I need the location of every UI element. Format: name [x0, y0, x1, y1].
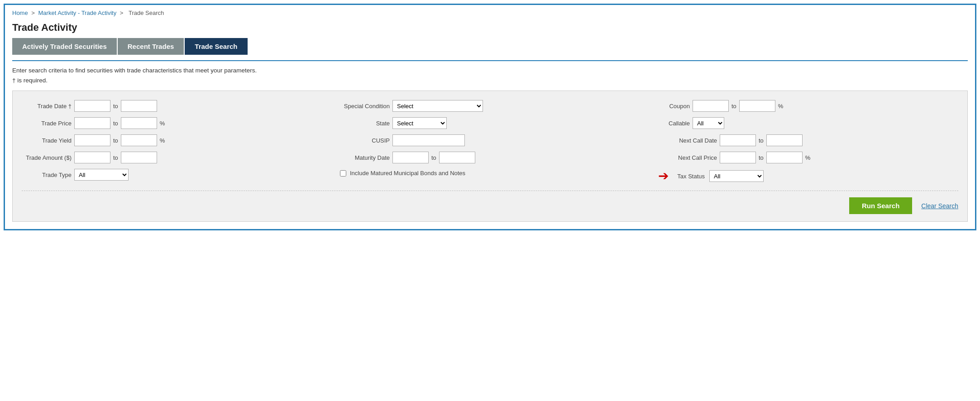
maturity-date-to-input[interactable]: [439, 152, 475, 163]
trade-yield-label: Trade Yield: [22, 137, 72, 144]
tab-bar: Actively Traded Securities Recent Trades…: [5, 38, 975, 55]
button-row: Run Search Clear Search: [22, 197, 958, 214]
page-title: Trade Activity: [5, 20, 975, 38]
trade-price-pct: %: [160, 120, 165, 127]
trade-amount-from[interactable]: [74, 152, 110, 163]
trade-price-to: to: [113, 120, 118, 127]
form-col-2: Special Condition Select None When Issue…: [340, 100, 640, 182]
run-search-button[interactable]: Run Search: [849, 197, 912, 214]
description-line2: † is required.: [12, 76, 968, 86]
trade-date-row: Trade Date † to: [22, 100, 322, 112]
next-call-date-to-input[interactable]: [766, 134, 803, 146]
coupon-to-input[interactable]: [739, 100, 775, 112]
special-condition-select[interactable]: Select None When Issued: [392, 100, 483, 112]
tax-status-select[interactable]: All Tax Exempt Taxable AMT: [709, 170, 764, 182]
cusip-label: CUSIP: [340, 137, 390, 144]
trade-amount-to: to: [113, 154, 118, 161]
trade-type-row: Trade Type All Customer Buy Customer Sel…: [22, 169, 322, 181]
state-row: State Select Alabama Alaska Arizona Cali…: [340, 117, 640, 129]
trade-yield-to: to: [113, 137, 118, 144]
next-call-price-to: to: [759, 154, 764, 161]
next-call-price-to-input[interactable]: [766, 152, 803, 163]
maturity-date-label: Maturity Date: [340, 154, 390, 161]
trade-price-label: Trade Price: [22, 120, 72, 127]
next-call-price-pct: %: [805, 154, 811, 161]
special-condition-row: Special Condition Select None When Issue…: [340, 100, 640, 112]
tab-divider: [12, 60, 968, 61]
callable-row: Callable All Yes No: [658, 117, 958, 129]
form-col-1: Trade Date † to Trade Price to % Trade Y…: [22, 100, 322, 182]
form-grid: Trade Date † to Trade Price to % Trade Y…: [22, 100, 958, 182]
trade-type-label: Trade Type: [22, 172, 72, 178]
include-matured-label: Include Matured Municipal Bonds and Note…: [350, 170, 465, 177]
trade-price-row: Trade Price to %: [22, 117, 322, 129]
trade-amount-to-input[interactable]: [121, 152, 157, 163]
next-call-date-row: Next Call Date to: [658, 134, 958, 146]
next-call-price-label: Next Call Price: [658, 154, 717, 161]
form-col-3: Coupon to % Callable All Yes No: [658, 100, 958, 182]
state-label: State: [340, 120, 390, 127]
next-call-date-from[interactable]: [720, 134, 756, 146]
cusip-input[interactable]: [392, 134, 465, 146]
breadcrumb-market-activity[interactable]: Market Activity - Trade Activity: [38, 10, 117, 16]
special-condition-label: Special Condition: [340, 103, 390, 110]
callable-select[interactable]: All Yes No: [693, 117, 724, 129]
description: Enter search criteria to find securities…: [5, 66, 975, 91]
tab-actively-traded[interactable]: Actively Traded Securities: [12, 38, 117, 55]
trade-date-to-input[interactable]: [121, 100, 157, 112]
coupon-from[interactable]: [693, 100, 729, 112]
include-matured-row: Include Matured Municipal Bonds and Note…: [340, 170, 640, 177]
next-call-date-to: to: [759, 137, 764, 144]
form-divider: [22, 191, 958, 191]
tab-recent-trades[interactable]: Recent Trades: [118, 38, 184, 55]
next-call-price-row: Next Call Price to %: [658, 152, 958, 163]
trade-yield-from[interactable]: [74, 134, 110, 146]
coupon-pct: %: [778, 103, 784, 110]
page-container: Home > Market Activity - Trade Activity …: [4, 4, 976, 230]
breadcrumb-sep2: >: [120, 10, 124, 16]
breadcrumb-sep1: >: [31, 10, 35, 16]
clear-search-button[interactable]: Clear Search: [921, 202, 958, 210]
trade-yield-to-input[interactable]: [121, 134, 157, 146]
trade-yield-pct: %: [160, 137, 165, 144]
trade-yield-row: Trade Yield to %: [22, 134, 322, 146]
coupon-to: to: [731, 103, 736, 110]
breadcrumb-home[interactable]: Home: [12, 10, 28, 16]
search-form: Trade Date † to Trade Price to % Trade Y…: [12, 91, 968, 222]
red-arrow-icon: ➔: [658, 170, 669, 182]
breadcrumb: Home > Market Activity - Trade Activity …: [5, 5, 975, 20]
trade-price-from[interactable]: [74, 117, 110, 129]
trade-amount-row: Trade Amount ($) to: [22, 152, 322, 163]
maturity-date-to: to: [431, 154, 436, 161]
tax-status-row: ➔ Tax Status All Tax Exempt Taxable AMT: [658, 170, 958, 182]
coupon-label: Coupon: [658, 103, 690, 110]
maturity-date-row: Maturity Date to: [340, 152, 640, 163]
cusip-row: CUSIP: [340, 134, 640, 146]
trade-amount-label: Trade Amount ($): [22, 154, 72, 161]
trade-price-to-input[interactable]: [121, 117, 157, 129]
description-line1: Enter search criteria to find securities…: [12, 66, 968, 76]
state-select[interactable]: Select Alabama Alaska Arizona California: [392, 117, 447, 129]
coupon-row: Coupon to %: [658, 100, 958, 112]
maturity-date-from[interactable]: [392, 152, 429, 163]
callable-label: Callable: [658, 120, 690, 127]
trade-date-from[interactable]: [74, 100, 110, 112]
next-call-date-label: Next Call Date: [658, 137, 717, 144]
tab-trade-search[interactable]: Trade Search: [185, 38, 247, 55]
include-matured-checkbox[interactable]: [340, 170, 346, 177]
breadcrumb-current: Trade Search: [129, 10, 164, 16]
next-call-price-from[interactable]: [720, 152, 756, 163]
tax-status-label: Tax Status: [673, 173, 705, 180]
trade-date-to: to: [113, 103, 118, 110]
trade-date-label: Trade Date †: [22, 103, 72, 110]
trade-type-select[interactable]: All Customer Buy Customer Sell Inter-Dea…: [74, 169, 129, 181]
